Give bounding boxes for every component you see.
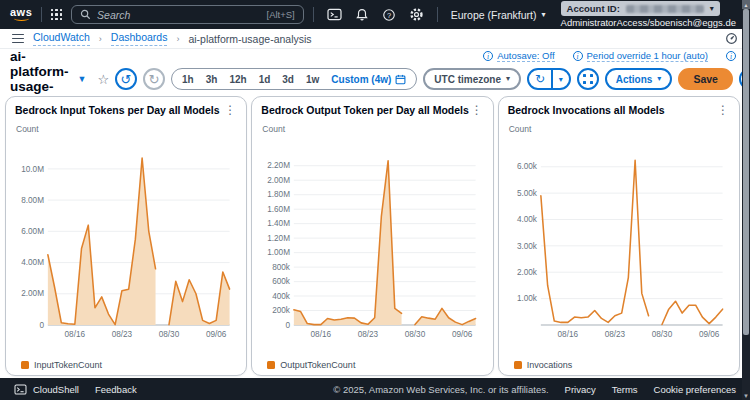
- breadcrumb-current: ai-platform-usage-analysis: [188, 33, 311, 45]
- autosave-toggle[interactable]: i Autosave: Off: [483, 50, 554, 62]
- svg-text:0: 0: [39, 320, 44, 329]
- divider: [313, 7, 314, 22]
- chevron-right-icon: ›: [176, 34, 179, 44]
- chevron-down-icon: ▾: [542, 11, 546, 19]
- area-chart-input-tokens[interactable]: 02.00M4.00M6.00M8.00M10.0M08/1608/2308/3…: [15, 134, 237, 359]
- svg-text:08/16: 08/16: [311, 329, 332, 338]
- svg-text:08/30: 08/30: [159, 329, 180, 338]
- redo-button[interactable]: ↻: [143, 68, 165, 90]
- refresh-button[interactable]: ↻: [529, 70, 551, 88]
- breadcrumb-dashboards[interactable]: Dashboards: [111, 31, 168, 45]
- console-footer: CloudShell Feedback © 2025, Amazon Web S…: [0, 378, 750, 400]
- chevron-down-icon: ▾: [506, 75, 510, 83]
- period-override[interactable]: i Period override 1 hour (auto): [573, 50, 708, 62]
- scroll-down-arrow-icon[interactable]: ▼: [742, 393, 750, 399]
- title-dropdown-caret-icon[interactable]: ▼: [77, 74, 86, 84]
- divider: [41, 7, 42, 22]
- top-nav-bar: aws Search [Alt+S] ? Europe (Frankfurt) …: [0, 0, 750, 29]
- svg-text:08/30: 08/30: [405, 329, 426, 338]
- cookie-preferences-link[interactable]: Cookie preferences: [654, 384, 736, 395]
- breadcrumb-cloudwatch[interactable]: CloudWatch: [33, 31, 90, 45]
- scrollbar-thumb[interactable]: [743, 9, 749, 335]
- calendar-icon: [395, 74, 406, 85]
- legend-item[interactable]: OutputTokenCount: [261, 359, 483, 372]
- account-user: AdministratorAccess/sboenisch@eggs.de: [561, 17, 736, 28]
- actions-button[interactable]: Actions ▾: [605, 68, 673, 90]
- feedback-link[interactable]: Feedback: [95, 384, 137, 395]
- svg-text:1.40M: 1.40M: [268, 219, 291, 228]
- favorite-star-icon[interactable]: ☆: [97, 72, 109, 87]
- account-id-label: Account ID:: [567, 3, 620, 14]
- search-input[interactable]: Search [Alt+S]: [71, 5, 304, 24]
- info-icon: i: [483, 51, 493, 61]
- settings-gear-icon[interactable]: [409, 7, 424, 22]
- chevron-down-icon: ▾: [657, 75, 661, 83]
- chart-card-output-tokens: Bedrock Output Token per Day all Models …: [251, 96, 493, 376]
- timezone-label: UTC timezone: [434, 74, 501, 85]
- scroll-up-arrow-icon[interactable]: ▲: [742, 0, 750, 9]
- region-selector[interactable]: Europe (Frankfurt) ▾: [451, 9, 546, 21]
- svg-text:2.00M: 2.00M: [21, 289, 44, 298]
- line-chart-invocations[interactable]: 1.00k2.00k3.00k4.00k5.00k6.00k08/1608/23…: [508, 134, 730, 359]
- privacy-link[interactable]: Privacy: [565, 384, 596, 395]
- y-axis-label: Count: [262, 124, 483, 134]
- svg-text:08/23: 08/23: [604, 329, 625, 338]
- svg-text:800k: 800k: [273, 262, 292, 271]
- svg-text:08/23: 08/23: [358, 329, 379, 338]
- cloudshell-icon: [14, 384, 27, 395]
- legend-item[interactable]: Invocations: [508, 359, 730, 372]
- timezone-select[interactable]: UTC timezone ▾: [423, 68, 521, 90]
- redo-icon: ↻: [149, 72, 160, 87]
- chart-title: Bedrock Input Tokens per Day all Models: [15, 104, 220, 117]
- vertical-scrollbar[interactable]: ▲ ▼: [742, 0, 750, 400]
- account-menu[interactable]: Account ID: ▾ AdministratorAccess/sboeni…: [561, 1, 736, 28]
- save-button[interactable]: Save: [678, 68, 733, 90]
- autosave-label: Autosave: Off: [497, 50, 554, 62]
- refresh-options-button[interactable]: ▾: [553, 70, 569, 88]
- y-axis-label: Count: [16, 124, 237, 134]
- range-12h[interactable]: 12h: [223, 74, 252, 85]
- aws-logo[interactable]: aws: [10, 7, 32, 21]
- range-1d[interactable]: 1d: [253, 74, 277, 85]
- search-placeholder: Search: [97, 9, 260, 21]
- svg-text:6.00M: 6.00M: [21, 227, 44, 236]
- svg-text:09/06: 09/06: [452, 329, 473, 338]
- cloudshell-button[interactable]: CloudShell: [14, 384, 79, 395]
- undo-icon: ↺: [121, 72, 132, 87]
- svg-text:?: ?: [387, 10, 391, 19]
- apps-grid-icon[interactable]: [51, 9, 62, 20]
- cloudshell-icon[interactable]: [327, 8, 342, 21]
- gauge-icon[interactable]: [725, 32, 738, 45]
- svg-text:09/06: 09/06: [206, 329, 227, 338]
- range-1h[interactable]: 1h: [176, 74, 200, 85]
- legend-swatch: [21, 361, 29, 369]
- legend-swatch: [267, 361, 275, 369]
- hamburger-menu-icon[interactable]: [12, 34, 24, 44]
- range-1w[interactable]: 1w: [300, 74, 325, 85]
- svg-text:4.00M: 4.00M: [21, 258, 44, 267]
- svg-text:1.00M: 1.00M: [268, 248, 291, 257]
- info-icon[interactable]: i: [726, 51, 736, 61]
- help-icon[interactable]: ?: [382, 8, 396, 22]
- fullscreen-button[interactable]: [577, 68, 599, 90]
- svg-text:1.80M: 1.80M: [268, 190, 291, 199]
- area-chart-output-tokens[interactable]: 0200k400k600k800k1.00M1.20M1.40M1.60M1.8…: [261, 134, 483, 359]
- custom-range-label: Custom (4w): [331, 74, 391, 85]
- svg-text:4.00k: 4.00k: [517, 215, 538, 224]
- svg-text:08/23: 08/23: [112, 329, 133, 338]
- dashboard-info-row: i Autosave: Off i Period override 1 hour…: [0, 49, 750, 63]
- svg-text:400k: 400k: [273, 291, 292, 300]
- range-3h[interactable]: 3h: [200, 74, 224, 85]
- chart-title: Bedrock Output Token per Day all Models: [261, 104, 469, 117]
- legend-item[interactable]: InputTokenCount: [15, 359, 237, 372]
- ellipsis-menu-icon[interactable]: ⋮: [470, 104, 484, 116]
- chart-card-input-tokens: Bedrock Input Tokens per Day all Models …: [5, 96, 247, 376]
- terms-link[interactable]: Terms: [612, 384, 638, 395]
- ellipsis-menu-icon[interactable]: ⋮: [716, 104, 730, 116]
- range-3d[interactable]: 3d: [276, 74, 300, 85]
- undo-button[interactable]: ↺: [115, 68, 137, 90]
- range-custom[interactable]: Custom (4w): [325, 74, 412, 85]
- ellipsis-menu-icon[interactable]: ⋮: [223, 104, 237, 116]
- notifications-bell-icon[interactable]: [355, 8, 369, 22]
- chart-card-invocations: Bedrock Invocations all Models ⋮ Count 1…: [498, 96, 740, 376]
